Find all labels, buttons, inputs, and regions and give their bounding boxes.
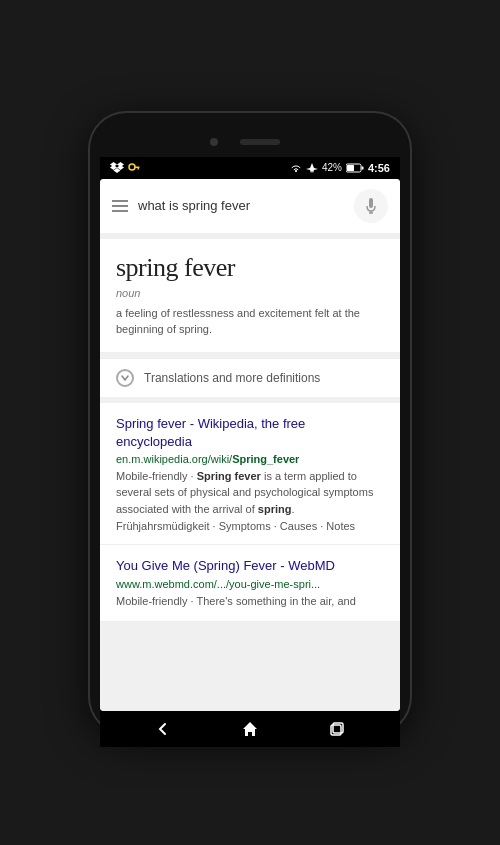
- snippet-text-2: There's something in the air, and: [197, 595, 356, 607]
- phone-top-bar: [100, 131, 400, 153]
- phone-device: 42% 4:56 what is spring fever: [90, 113, 410, 733]
- svg-rect-11: [361, 166, 363, 169]
- translations-label: Translations and more definitions: [144, 371, 320, 385]
- link-sep2: ·: [271, 520, 280, 532]
- search-bar: what is spring fever: [100, 179, 400, 233]
- result-item[interactable]: Spring fever - Wikipedia, the free encyc…: [100, 403, 400, 546]
- link-notes[interactable]: Notes: [326, 520, 355, 532]
- airplane-icon: [306, 162, 318, 174]
- phone-screen: what is spring fever spring fever noun a…: [100, 179, 400, 711]
- time-display: 4:56: [368, 162, 390, 174]
- svg-rect-7: [138, 168, 140, 170]
- hamburger-menu[interactable]: [112, 200, 128, 212]
- snippet-bold1: Spring fever: [197, 470, 261, 482]
- url-prefix: en.m.wikipedia.org/wiki/: [116, 453, 232, 465]
- svg-rect-6: [135, 166, 140, 168]
- snippet-bold2: spring: [258, 503, 292, 515]
- phone-camera: [210, 138, 218, 146]
- link-separator1: Frühjahrsmüdigkeit ·: [116, 520, 219, 532]
- content-area: spring fever noun a feeling of restlessn…: [100, 233, 400, 711]
- definition-card: spring fever noun a feeling of restlessn…: [100, 239, 400, 352]
- svg-rect-12: [369, 198, 373, 208]
- home-button[interactable]: [235, 714, 265, 744]
- wifi-icon: [290, 163, 302, 173]
- search-results: Spring fever - Wikipedia, the free encyc…: [100, 403, 400, 623]
- result-snippet: Mobile-friendly · Spring fever is a term…: [116, 468, 384, 518]
- definition-pos: noun: [116, 287, 384, 299]
- key-icon: [128, 162, 140, 174]
- definition-word: spring fever: [116, 253, 384, 283]
- url-bold: Spring_fever: [232, 453, 299, 465]
- status-right-info: 42% 4:56: [290, 162, 390, 174]
- search-input[interactable]: what is spring fever: [138, 198, 344, 213]
- result-url-2: www.m.webmd.com/.../you-give-me-spri...: [116, 578, 384, 590]
- back-button[interactable]: [148, 714, 178, 744]
- snippet-end: .: [291, 503, 294, 515]
- mic-button[interactable]: [354, 189, 388, 223]
- link-sep3: ·: [317, 520, 326, 532]
- result-url: en.m.wikipedia.org/wiki/Spring_fever: [116, 453, 384, 465]
- result-item-2[interactable]: You Give Me (Spring) Fever - WebMD www.m…: [100, 545, 400, 622]
- translations-row[interactable]: Translations and more definitions: [100, 358, 400, 397]
- result-title[interactable]: Spring fever - Wikipedia, the free encyc…: [116, 415, 384, 451]
- phone-speaker: [240, 139, 280, 145]
- mobile-label: Mobile-friendly ·: [116, 470, 197, 482]
- status-bar: 42% 4:56: [100, 157, 400, 179]
- phone-bottom-bar: [100, 711, 400, 747]
- mobile-label-2: Mobile-friendly ·: [116, 595, 197, 607]
- svg-point-5: [129, 164, 135, 170]
- dropbox-icon: [110, 162, 124, 173]
- battery-percent: 42%: [322, 162, 342, 173]
- link-causes[interactable]: Causes: [280, 520, 317, 532]
- status-left-icons: [110, 162, 140, 174]
- recents-button[interactable]: [322, 714, 352, 744]
- link-symptoms[interactable]: Symptoms: [219, 520, 271, 532]
- result-links[interactable]: Frühjahrsmüdigkeit · Symptoms · Causes ·…: [116, 520, 384, 532]
- definition-text: a feeling of restlessness and excitement…: [116, 305, 384, 338]
- battery-icon: [346, 163, 364, 173]
- svg-rect-10: [347, 165, 354, 171]
- svg-point-8: [295, 170, 297, 172]
- chevron-down-icon: [116, 369, 134, 387]
- result-snippet-2: Mobile-friendly · There's something in t…: [116, 593, 384, 610]
- result-title-2[interactable]: You Give Me (Spring) Fever - WebMD: [116, 557, 384, 575]
- phone-chin: [100, 747, 400, 761]
